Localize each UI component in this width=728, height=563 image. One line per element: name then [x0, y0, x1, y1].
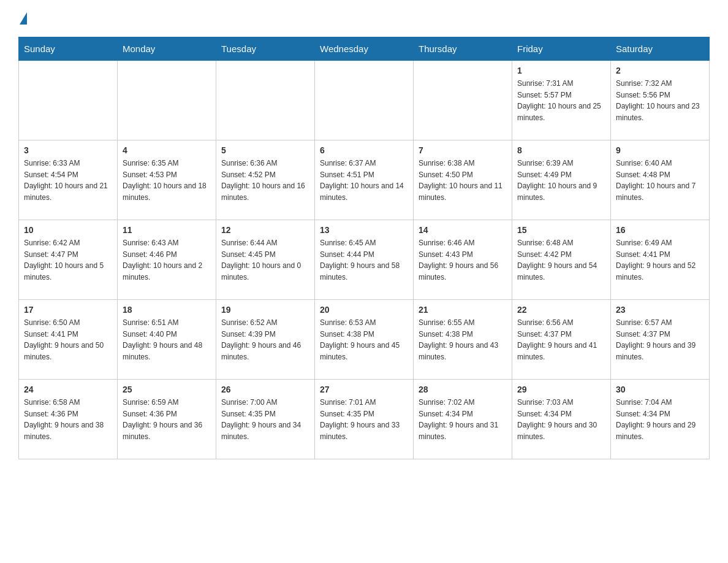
calendar-cell: 25Sunrise: 6:59 AMSunset: 4:36 PMDayligh… [118, 380, 216, 459]
calendar-cell: 2Sunrise: 7:32 AMSunset: 5:56 PMDaylight… [611, 61, 710, 140]
calendar-week-2: 3Sunrise: 6:33 AMSunset: 4:54 PMDaylight… [19, 140, 710, 220]
day-info: Sunrise: 6:51 AMSunset: 4:40 PMDaylight:… [123, 317, 211, 362]
day-number: 12 [221, 225, 309, 235]
day-number: 28 [419, 385, 507, 394]
weekday-header-friday: Friday [512, 37, 611, 61]
calendar-cell: 5Sunrise: 6:36 AMSunset: 4:52 PMDaylight… [216, 140, 315, 220]
day-info: Sunrise: 6:52 AMSunset: 4:39 PMDaylight:… [221, 317, 309, 362]
calendar-cell: 18Sunrise: 6:51 AMSunset: 4:40 PMDayligh… [118, 300, 216, 380]
day-number: 21 [419, 305, 507, 315]
day-number: 20 [320, 305, 408, 315]
day-info: Sunrise: 7:31 AMSunset: 5:57 PMDaylight:… [517, 78, 605, 123]
day-info: Sunrise: 6:56 AMSunset: 4:37 PMDaylight:… [517, 317, 605, 362]
calendar-cell: 1Sunrise: 7:31 AMSunset: 5:57 PMDaylight… [512, 61, 611, 140]
weekday-header-tuesday: Tuesday [216, 37, 315, 61]
calendar-cell: 23Sunrise: 6:57 AMSunset: 4:37 PMDayligh… [611, 300, 710, 380]
day-number: 7 [419, 145, 507, 155]
day-info: Sunrise: 6:40 AMSunset: 4:48 PMDaylight:… [616, 158, 704, 203]
day-number: 24 [24, 385, 112, 394]
day-info: Sunrise: 6:53 AMSunset: 4:38 PMDaylight:… [320, 317, 408, 362]
day-number: 29 [517, 385, 605, 394]
calendar-cell: 9Sunrise: 6:40 AMSunset: 4:48 PMDaylight… [611, 140, 710, 220]
calendar-cell: 8Sunrise: 6:39 AMSunset: 4:49 PMDaylight… [512, 140, 611, 220]
logo [18, 18, 27, 25]
day-number: 16 [616, 225, 704, 235]
day-number: 18 [123, 305, 211, 315]
day-info: Sunrise: 7:03 AMSunset: 4:34 PMDaylight:… [517, 397, 605, 442]
day-number: 1 [517, 66, 605, 75]
day-number: 22 [517, 305, 605, 315]
day-number: 17 [24, 305, 112, 315]
day-info: Sunrise: 6:50 AMSunset: 4:41 PMDaylight:… [24, 317, 112, 362]
calendar-cell [216, 61, 315, 140]
calendar-cell: 22Sunrise: 6:56 AMSunset: 4:37 PMDayligh… [512, 300, 611, 380]
day-info: Sunrise: 6:35 AMSunset: 4:53 PMDaylight:… [123, 158, 211, 203]
calendar-cell: 14Sunrise: 6:46 AMSunset: 4:43 PMDayligh… [414, 220, 512, 300]
calendar-cell: 4Sunrise: 6:35 AMSunset: 4:53 PMDaylight… [118, 140, 216, 220]
calendar-cell: 17Sunrise: 6:50 AMSunset: 4:41 PMDayligh… [19, 300, 118, 380]
calendar-cell: 26Sunrise: 7:00 AMSunset: 4:35 PMDayligh… [216, 380, 315, 459]
day-info: Sunrise: 6:33 AMSunset: 4:54 PMDaylight:… [24, 158, 112, 203]
day-number: 6 [320, 145, 408, 155]
day-number: 14 [419, 225, 507, 235]
calendar-cell: 11Sunrise: 6:43 AMSunset: 4:46 PMDayligh… [118, 220, 216, 300]
calendar-cell: 28Sunrise: 7:02 AMSunset: 4:34 PMDayligh… [414, 380, 512, 459]
day-number: 4 [123, 145, 211, 155]
day-info: Sunrise: 6:59 AMSunset: 4:36 PMDaylight:… [123, 397, 211, 442]
page-header [18, 18, 710, 25]
day-info: Sunrise: 6:42 AMSunset: 4:47 PMDaylight:… [24, 237, 112, 283]
calendar-cell: 21Sunrise: 6:55 AMSunset: 4:38 PMDayligh… [414, 300, 512, 380]
weekday-header-sunday: Sunday [19, 37, 118, 61]
logo-triangle-icon [20, 12, 27, 25]
day-number: 23 [616, 305, 704, 315]
calendar-cell [315, 61, 414, 140]
weekday-header-thursday: Thursday [414, 37, 512, 61]
calendar-cell: 16Sunrise: 6:49 AMSunset: 4:41 PMDayligh… [611, 220, 710, 300]
day-info: Sunrise: 6:44 AMSunset: 4:45 PMDaylight:… [221, 237, 309, 283]
day-info: Sunrise: 7:32 AMSunset: 5:56 PMDaylight:… [616, 78, 704, 123]
calendar-cell: 29Sunrise: 7:03 AMSunset: 4:34 PMDayligh… [512, 380, 611, 459]
day-info: Sunrise: 6:39 AMSunset: 4:49 PMDaylight:… [517, 158, 605, 203]
day-info: Sunrise: 6:36 AMSunset: 4:52 PMDaylight:… [221, 158, 309, 203]
day-number: 13 [320, 225, 408, 235]
calendar-cell: 13Sunrise: 6:45 AMSunset: 4:44 PMDayligh… [315, 220, 414, 300]
calendar-cell: 27Sunrise: 7:01 AMSunset: 4:35 PMDayligh… [315, 380, 414, 459]
weekday-header-saturday: Saturday [611, 37, 710, 61]
day-info: Sunrise: 6:57 AMSunset: 4:37 PMDaylight:… [616, 317, 704, 362]
day-info: Sunrise: 6:58 AMSunset: 4:36 PMDaylight:… [24, 397, 112, 442]
day-number: 2 [616, 66, 704, 75]
day-info: Sunrise: 6:37 AMSunset: 4:51 PMDaylight:… [320, 158, 408, 203]
calendar-week-5: 24Sunrise: 6:58 AMSunset: 4:36 PMDayligh… [19, 380, 710, 459]
day-info: Sunrise: 7:04 AMSunset: 4:34 PMDaylight:… [616, 397, 704, 442]
calendar-cell: 30Sunrise: 7:04 AMSunset: 4:34 PMDayligh… [611, 380, 710, 459]
calendar-cell: 10Sunrise: 6:42 AMSunset: 4:47 PMDayligh… [19, 220, 118, 300]
calendar-cell [118, 61, 216, 140]
day-number: 11 [123, 225, 211, 235]
day-info: Sunrise: 7:00 AMSunset: 4:35 PMDaylight:… [221, 397, 309, 442]
day-info: Sunrise: 6:45 AMSunset: 4:44 PMDaylight:… [320, 237, 408, 283]
calendar-cell: 15Sunrise: 6:48 AMSunset: 4:42 PMDayligh… [512, 220, 611, 300]
calendar-week-4: 17Sunrise: 6:50 AMSunset: 4:41 PMDayligh… [19, 300, 710, 380]
day-number: 10 [24, 225, 112, 235]
day-number: 8 [517, 145, 605, 155]
day-number: 19 [221, 305, 309, 315]
calendar-cell [414, 61, 512, 140]
day-info: Sunrise: 6:49 AMSunset: 4:41 PMDaylight:… [616, 237, 704, 283]
weekday-header-monday: Monday [118, 37, 216, 61]
calendar-week-1: 1Sunrise: 7:31 AMSunset: 5:57 PMDaylight… [19, 61, 710, 140]
day-number: 25 [123, 385, 211, 394]
day-number: 3 [24, 145, 112, 155]
day-info: Sunrise: 7:02 AMSunset: 4:34 PMDaylight:… [419, 397, 507, 442]
calendar-table: SundayMondayTuesdayWednesdayThursdayFrid… [18, 37, 710, 459]
calendar-cell: 12Sunrise: 6:44 AMSunset: 4:45 PMDayligh… [216, 220, 315, 300]
day-info: Sunrise: 6:43 AMSunset: 4:46 PMDaylight:… [123, 237, 211, 283]
calendar-cell: 24Sunrise: 6:58 AMSunset: 4:36 PMDayligh… [19, 380, 118, 459]
day-number: 9 [616, 145, 704, 155]
day-number: 5 [221, 145, 309, 155]
calendar-week-3: 10Sunrise: 6:42 AMSunset: 4:47 PMDayligh… [19, 220, 710, 300]
day-info: Sunrise: 7:01 AMSunset: 4:35 PMDaylight:… [320, 397, 408, 442]
day-number: 15 [517, 225, 605, 235]
day-info: Sunrise: 6:38 AMSunset: 4:50 PMDaylight:… [419, 158, 507, 203]
day-number: 26 [221, 385, 309, 394]
day-info: Sunrise: 6:55 AMSunset: 4:38 PMDaylight:… [419, 317, 507, 362]
